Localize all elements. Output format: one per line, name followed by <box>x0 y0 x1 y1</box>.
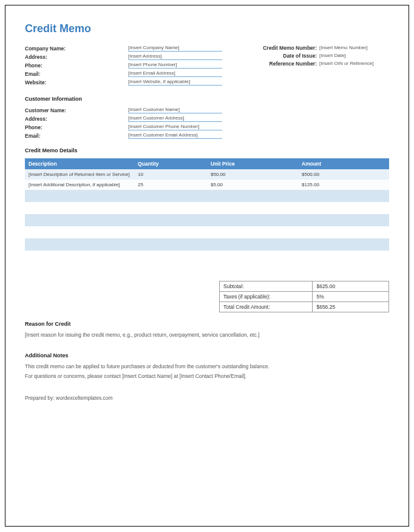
cell-unit: $5.00 <box>207 180 298 190</box>
customer-email-label: Email: <box>25 133 128 139</box>
memo-date-value: [Insert Date] <box>319 53 389 59</box>
taxes-label: Taxes (if applicable): <box>220 292 313 302</box>
memo-number-label: Credit Memo Number: <box>246 45 319 51</box>
table-row: [Insert Description of Returned Item or … <box>25 169 389 180</box>
company-email-label: Email: <box>25 71 128 77</box>
customer-phone-value: [Insert Customer Phone Number] <box>128 124 222 130</box>
table-row-empty <box>25 238 389 251</box>
memo-number-value: [Insert Memo Number] <box>319 45 389 51</box>
company-website-value: [Insert Website, if applicable] <box>128 79 222 86</box>
company-name-label: Company Name: <box>25 45 128 52</box>
memo-ref-value: [Insert OIN or Reference] <box>319 61 389 67</box>
cell-qty: 10 <box>134 169 207 180</box>
page-title: Credit Memo <box>25 22 389 35</box>
company-phone-value: [Insert Phone Number] <box>128 62 222 69</box>
company-column: Company Name: [Insert Company Name] Addr… <box>25 45 222 87</box>
cell-unit: $50.00 <box>207 169 298 180</box>
customer-name-label: Customer Name: <box>25 107 128 113</box>
reason-text: [Insert reason for issuing the credit me… <box>25 332 389 339</box>
details-heading: Credit Memo Details <box>25 147 389 153</box>
company-address-label: Address: <box>25 54 128 60</box>
total-credit-value: $656.25 <box>313 302 389 312</box>
document-page: Credit Memo Company Name: [Insert Compan… <box>5 5 409 527</box>
reason-heading: Reason for Credit <box>25 321 389 327</box>
table-row-empty <box>25 190 389 202</box>
total-credit-label: Total Credit Amount: <box>220 302 313 312</box>
table-row-empty <box>25 226 389 238</box>
notes-line-1: This credit memo can be applied to futur… <box>25 363 389 371</box>
notes-line-2: For questions or concerns, please contac… <box>25 373 389 380</box>
prepared-by: Prepared by: wordexceltemplates.com <box>25 395 389 401</box>
th-amount: Amount <box>298 158 389 169</box>
subtotal-value: $625.00 <box>313 281 389 292</box>
subtotal-label: Subtotal: <box>220 281 313 292</box>
customer-column: Customer Name: [Insert Customer Name] Ad… <box>25 107 231 139</box>
customer-name-value: [Insert Customer Name] <box>128 107 222 113</box>
customer-email-value: [Insert Customer Email Address] <box>128 132 222 139</box>
th-unit-price: Unit Price <box>207 158 298 169</box>
memo-ref-label: Reference Number: <box>246 61 319 67</box>
company-phone-label: Phone: <box>25 62 128 69</box>
cell-desc: [Insert Additional Description, if appli… <box>25 180 134 190</box>
company-name-value: [Insert Company Name] <box>128 45 222 52</box>
totals-table: Subtotal: $625.00 Taxes (if applicable):… <box>219 281 389 312</box>
customer-address-value: [Insert Customer Address] <box>128 115 222 122</box>
customer-address-label: Address: <box>25 116 128 122</box>
header-info-grid: Company Name: [Insert Company Name] Addr… <box>25 45 389 87</box>
table-row-empty <box>25 202 389 214</box>
customer-heading: Customer Information <box>25 96 389 102</box>
customer-phone-label: Phone: <box>25 124 128 130</box>
table-row-empty <box>25 214 389 226</box>
cell-amount: $500.00 <box>298 169 389 180</box>
details-table: Description Quantity Unit Price Amount [… <box>25 158 389 251</box>
company-address-value: [Insert Address] <box>128 53 222 60</box>
memo-date-label: Date of Issue: <box>246 53 319 59</box>
th-quantity: Quantity <box>134 158 207 169</box>
notes-heading: Additional Notes <box>25 352 389 359</box>
company-website-label: Website: <box>25 79 128 86</box>
taxes-value: 5% <box>313 292 389 302</box>
cell-qty: 25 <box>134 180 207 190</box>
table-row: [Insert Additional Description, if appli… <box>25 180 389 190</box>
cell-desc: [Insert Description of Returned Item or … <box>25 169 134 180</box>
memo-meta-column: Credit Memo Number: [Insert Memo Number]… <box>246 45 389 87</box>
th-description: Description <box>25 158 134 169</box>
cell-amount: $125.00 <box>298 180 389 190</box>
company-email-value: [Insert Email Address] <box>128 70 222 77</box>
